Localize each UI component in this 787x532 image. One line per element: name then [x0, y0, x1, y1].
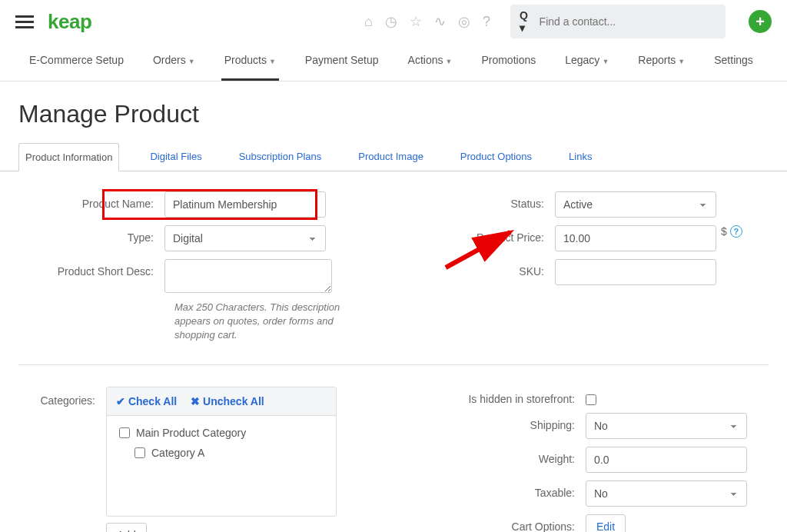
- help-icon[interactable]: ?: [483, 14, 490, 30]
- tab-product-info[interactable]: Product Information: [18, 143, 119, 171]
- tab-subscription[interactable]: Subscription Plans: [233, 143, 328, 171]
- chevron-down-icon: ▼: [445, 58, 452, 65]
- label-shipping: Shipping:: [417, 413, 586, 431]
- nav-ecommerce[interactable]: E-Commerce Setup: [26, 43, 127, 81]
- label-hidden: Is hidden in storefront:: [417, 387, 586, 405]
- search-input[interactable]: [540, 15, 716, 28]
- tab-options[interactable]: Product Options: [454, 143, 538, 171]
- hidden-checkbox[interactable]: [586, 394, 596, 405]
- chevron-down-icon: ▼: [678, 58, 685, 65]
- short-desc-textarea[interactable]: [164, 259, 332, 293]
- weight-input[interactable]: [586, 447, 747, 473]
- user-icon[interactable]: ◎: [458, 13, 470, 30]
- check-all-button[interactable]: ✔ Check All: [116, 395, 177, 407]
- short-desc-help: Max 250 Characters. This description app…: [174, 301, 351, 343]
- chevron-down-icon: ▼: [602, 58, 609, 65]
- add-button[interactable]: +: [749, 10, 772, 33]
- label-status: Status:: [417, 191, 555, 210]
- chevron-down-icon: ▼: [269, 58, 276, 65]
- category-sub-a[interactable]: Category A: [134, 447, 324, 459]
- status-select[interactable]: Active: [555, 191, 716, 218]
- main-nav: E-Commerce Setup Orders▼ Products▼ Payme…: [0, 43, 787, 81]
- taxable-select[interactable]: No: [586, 480, 747, 507]
- search-bar[interactable]: Q ▾: [510, 5, 726, 38]
- categories-panel: ✔ Check All ✖ Uncheck All Main Product C…: [106, 387, 337, 517]
- label-product-name: Product Name:: [18, 191, 164, 210]
- shipping-select[interactable]: No: [586, 413, 747, 439]
- logo: keap: [48, 10, 91, 34]
- product-name-input[interactable]: [164, 191, 326, 218]
- nav-products[interactable]: Products▼: [221, 43, 279, 81]
- tabs: Product Information Digital Files Subscr…: [0, 142, 787, 171]
- nav-legacy[interactable]: Legacy▼: [562, 43, 612, 81]
- tab-links[interactable]: Links: [563, 143, 598, 171]
- type-select[interactable]: Digital: [164, 225, 326, 251]
- page-title: Manage Product: [0, 81, 787, 142]
- tab-image[interactable]: Product Image: [352, 143, 430, 171]
- label-cart: Cart Options:: [417, 514, 586, 532]
- label-price: Product Price:: [417, 225, 555, 244]
- bolt-icon[interactable]: ∿: [434, 13, 446, 30]
- label-taxable: Taxable:: [417, 480, 586, 499]
- divider: [18, 364, 769, 365]
- label-categories: Categories:: [18, 387, 95, 407]
- menu-icon[interactable]: [15, 12, 34, 32]
- category-main-checkbox[interactable]: [119, 427, 130, 438]
- label-sku: SKU:: [417, 259, 555, 278]
- add-category-button[interactable]: Add: [106, 523, 147, 532]
- nav-promotions[interactable]: Promotions: [478, 43, 539, 81]
- nav-reports[interactable]: Reports▼: [635, 43, 688, 81]
- cart-edit-button[interactable]: Edit: [586, 514, 626, 532]
- clock-icon[interactable]: ◷: [385, 13, 397, 30]
- price-input[interactable]: [555, 225, 716, 251]
- uncheck-all-button[interactable]: ✖ Uncheck All: [191, 395, 264, 407]
- label-type: Type:: [18, 225, 164, 244]
- price-help-icon[interactable]: ?: [730, 225, 742, 238]
- chevron-down-icon: ▼: [188, 58, 195, 65]
- currency-symbol: $: [721, 225, 727, 238]
- category-sub-checkbox[interactable]: [134, 447, 145, 458]
- tab-digital-files[interactable]: Digital Files: [144, 143, 208, 171]
- sku-input[interactable]: [555, 259, 716, 285]
- nav-actions[interactable]: Actions▼: [405, 43, 456, 81]
- home-icon[interactable]: ⌂: [364, 14, 373, 30]
- label-weight: Weight:: [417, 447, 586, 465]
- star-icon[interactable]: ☆: [410, 13, 422, 30]
- category-main[interactable]: Main Product Category: [119, 427, 324, 439]
- nav-settings[interactable]: Settings: [711, 43, 756, 81]
- nav-orders[interactable]: Orders▼: [150, 43, 198, 81]
- nav-payment[interactable]: Payment Setup: [302, 43, 382, 81]
- label-short-desc: Product Short Desc:: [18, 259, 164, 278]
- search-icon: Q ▾: [520, 9, 535, 34]
